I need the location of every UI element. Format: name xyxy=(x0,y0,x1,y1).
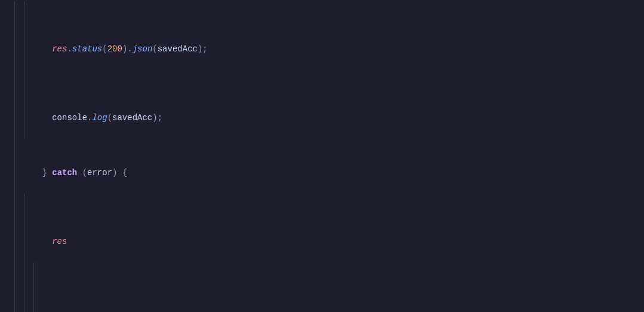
keyword-catch: catch xyxy=(52,168,77,178)
identifier-res: res xyxy=(52,44,67,54)
code-line[interactable]: .status(500) xyxy=(0,262,644,312)
identifier-res: res xyxy=(52,237,67,246)
method-log: log xyxy=(92,113,107,123)
method-status: status xyxy=(72,44,102,54)
brace: } xyxy=(42,168,47,178)
param-error: error xyxy=(87,168,112,178)
code-editor[interactable]: res.status(200).json(savedAcc); console.… xyxy=(0,0,644,312)
brace: { xyxy=(122,168,127,178)
code-line[interactable]: console.log(savedAcc); xyxy=(0,70,644,139)
code-line[interactable]: } catch (error) { xyxy=(0,139,644,194)
identifier: savedAcc xyxy=(112,113,152,123)
number-literal: 200 xyxy=(107,44,122,54)
code-line[interactable]: res xyxy=(0,194,644,262)
method-json: json xyxy=(133,44,153,54)
identifier-console: console xyxy=(52,113,87,123)
code-line[interactable]: res.status(200).json(savedAcc); xyxy=(0,1,644,70)
identifier: savedAcc xyxy=(158,44,198,54)
